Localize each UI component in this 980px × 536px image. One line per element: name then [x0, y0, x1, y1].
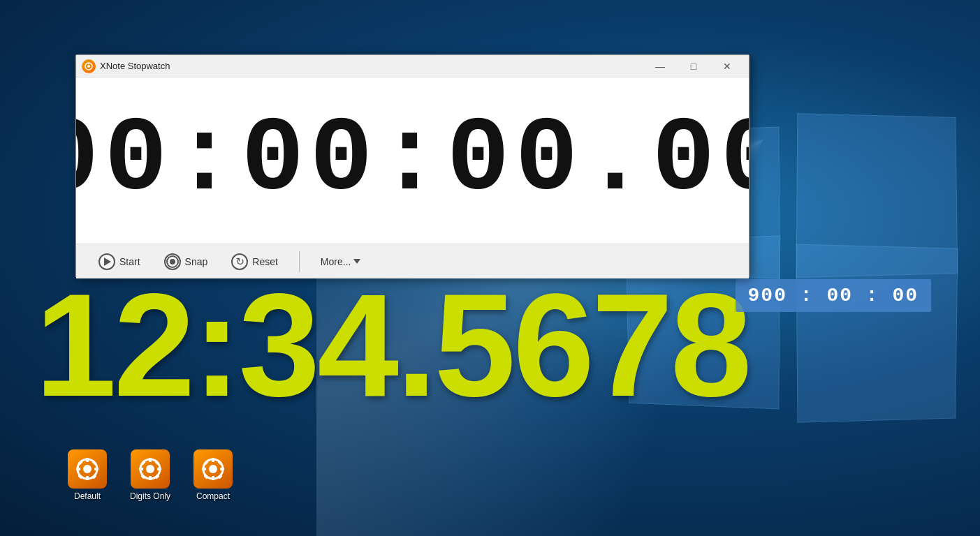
large-timer-display: 12:34.5678 — [35, 272, 749, 419]
default-icon-image — [68, 449, 107, 489]
minimize-button[interactable]: — — [644, 55, 676, 77]
digits-only-icon-svg — [136, 455, 164, 483]
desktop-icon-default[interactable]: Default — [59, 449, 115, 501]
desktop-icons-container: Default Digits Only — [59, 449, 241, 501]
snap-icon — [164, 253, 181, 270]
start-button[interactable]: Start — [90, 251, 149, 273]
stopwatch-window: XNote Stopwatch — □ ✕ 00:00:00.00 Start — [75, 54, 749, 278]
win-pane-right-bottom — [796, 244, 958, 422]
chevron-down-icon — [353, 259, 360, 264]
play-icon — [98, 253, 115, 270]
compact-icon-svg — [199, 455, 227, 483]
svg-rect-8 — [94, 468, 98, 470]
title-controls: — □ ✕ — [644, 55, 743, 77]
win-pane-right-top — [796, 113, 958, 278]
snap-label: Snap — [185, 256, 208, 267]
more-button[interactable]: More... — [312, 253, 370, 270]
snap-button[interactable]: Snap — [156, 251, 217, 273]
timer-display-area: 00:00:00.00 — [76, 77, 749, 244]
title-bar: XNote Stopwatch — □ ✕ — [76, 55, 749, 77]
countdown-badge: 900 : 00 : 00 — [736, 279, 931, 312]
desktop-background: XNote Stopwatch — □ ✕ 00:00:00.00 Start — [0, 0, 980, 536]
svg-point-14 — [146, 465, 154, 473]
compact-icon-label: Compact — [196, 491, 230, 501]
reset-button[interactable]: ↺ Reset — [223, 251, 286, 273]
svg-rect-26 — [212, 476, 214, 480]
default-icon-svg — [73, 455, 101, 483]
reset-arrow-icon: ↺ — [235, 255, 244, 268]
more-label: More... — [321, 256, 351, 267]
desktop-icon-compact[interactable]: Compact — [185, 449, 241, 501]
svg-rect-7 — [76, 468, 80, 470]
timer-display: 00:00:00.00 — [76, 94, 749, 227]
svg-rect-5 — [86, 458, 89, 462]
window-title: XNote Stopwatch — [100, 61, 170, 71]
svg-rect-17 — [139, 468, 143, 470]
reset-label: Reset — [252, 256, 278, 267]
title-left: XNote Stopwatch — [82, 59, 170, 73]
svg-rect-18 — [157, 468, 161, 470]
svg-rect-15 — [149, 458, 152, 462]
digits-only-icon-label: Digits Only — [130, 491, 170, 501]
svg-point-1 — [87, 65, 90, 68]
maximize-button[interactable]: □ — [678, 55, 710, 77]
svg-point-4 — [83, 465, 92, 473]
svg-point-24 — [209, 465, 217, 473]
app-icon — [82, 59, 96, 73]
compact-icon-image — [193, 449, 233, 489]
svg-rect-28 — [220, 468, 224, 470]
close-button[interactable]: ✕ — [711, 55, 743, 77]
digits-only-icon-image — [131, 449, 170, 489]
snap-dot-inner — [170, 259, 175, 265]
svg-rect-25 — [212, 458, 214, 462]
controls-bar: Start Snap ↺ Reset More... — [76, 244, 749, 278]
svg-rect-6 — [86, 476, 89, 480]
svg-rect-27 — [202, 468, 206, 470]
play-triangle — [104, 258, 111, 266]
start-label: Start — [119, 256, 140, 267]
default-icon-label: Default — [74, 491, 101, 501]
controls-divider — [299, 251, 300, 272]
snap-dot-outer — [166, 255, 179, 268]
svg-rect-16 — [149, 476, 152, 480]
desktop-icon-digits-only[interactable]: Digits Only — [122, 449, 178, 501]
reset-icon: ↺ — [231, 253, 248, 270]
